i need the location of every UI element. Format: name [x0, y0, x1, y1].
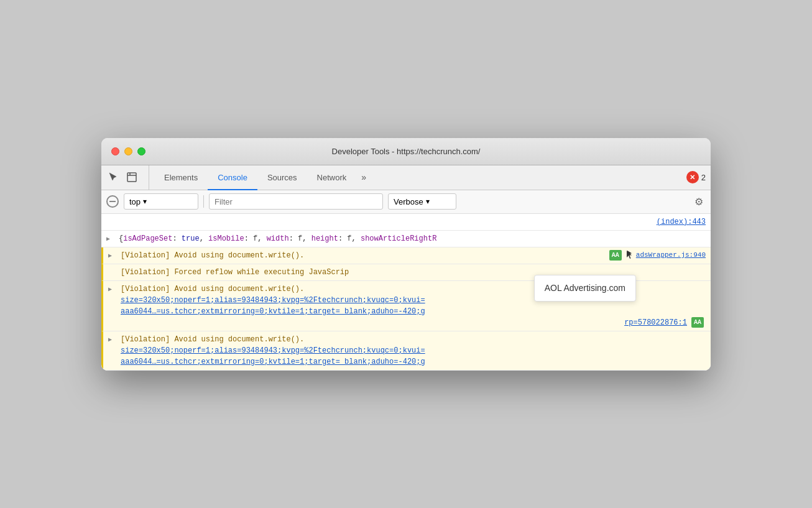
maximize-button[interactable]	[137, 147, 145, 155]
aa-badge: AA	[609, 250, 622, 261]
devtools-window: Developer Tools - https://techcrunch.com…	[101, 138, 711, 371]
expand-arrow-icon[interactable]: ▶	[106, 234, 110, 244]
tab-console[interactable]: Console	[208, 166, 257, 190]
expand-arrow-icon[interactable]: ▶	[108, 285, 112, 294]
expand-arrow-icon[interactable]: ▶	[108, 251, 112, 261]
error-badge: ✕ 2	[686, 171, 706, 183]
toolbar-icons	[106, 165, 149, 190]
console-link[interactable]: size=320x50;noperf=1;alias=93484943;kvpg…	[121, 346, 425, 355]
console-link[interactable]: aaa6044…=us.tchcr;extmirroring=0;kvtile=…	[121, 358, 425, 366]
error-count: 2	[701, 173, 706, 182]
console-bar: top ▾ Verbose ▾ ⚙	[101, 190, 711, 214]
tab-network[interactable]: Network	[307, 166, 357, 190]
console-row-violation-1: ▶ [Violation] Avoid using document.write…	[101, 247, 711, 264]
clear-console-button[interactable]	[106, 195, 119, 208]
verbose-chevron-icon: ▾	[426, 197, 430, 206]
verbose-select[interactable]: Verbose ▾	[388, 193, 456, 210]
context-select[interactable]: top ▾	[124, 193, 198, 210]
index-link[interactable]: (index):443	[657, 218, 706, 226]
error-icon: ✕	[686, 171, 699, 183]
cursor-icon[interactable]	[106, 170, 120, 184]
tabs: Elements Console Sources Network »	[154, 165, 686, 190]
more-tabs-button[interactable]: »	[356, 166, 371, 190]
separator	[203, 195, 204, 208]
inspect-icon[interactable]	[125, 170, 139, 184]
close-button[interactable]	[111, 147, 119, 155]
console-row: ▶ {isAdPageSet: true, isMobile: f, width…	[101, 231, 711, 247]
settings-icon[interactable]: ⚙	[692, 195, 706, 208]
console-link[interactable]: rp=578022876:1	[624, 317, 687, 328]
svg-rect-0	[127, 173, 136, 182]
filter-input[interactable]	[209, 193, 383, 210]
source-link[interactable]: adsWrapper.js:940	[636, 250, 706, 261]
console-link[interactable]: size=320x50;noperf=1;alias=93484943;kvpg…	[121, 296, 425, 305]
console-link[interactable]: aaa6044…=us.tchcr;extmirroring=0;kvtile=…	[121, 307, 425, 316]
tab-sources[interactable]: Sources	[257, 166, 307, 190]
console-output: (index):443 ▶ {isAdPageSet: true, isMobi…	[101, 214, 711, 371]
tab-elements[interactable]: Elements	[154, 166, 208, 190]
titlebar: Developer Tools - https://techcrunch.com…	[101, 138, 711, 165]
expand-arrow-icon[interactable]: ▶	[108, 335, 112, 344]
minimize-button[interactable]	[124, 147, 132, 155]
aa-badge: AA	[691, 317, 704, 328]
traffic-lights	[111, 147, 145, 155]
tab-bar: Elements Console Sources Network » ✕ 2	[101, 165, 711, 190]
window-title: Developer Tools - https://techcrunch.com…	[332, 147, 481, 156]
tooltip-popup: AOL Advertising.com	[534, 275, 636, 302]
console-row-violation-4: ▶ [Violation] Avoid using document.write…	[101, 331, 711, 371]
context-chevron-icon: ▾	[143, 197, 147, 206]
console-row: (index):443	[101, 214, 711, 231]
toolbar-right: ✕ 2	[686, 165, 706, 190]
